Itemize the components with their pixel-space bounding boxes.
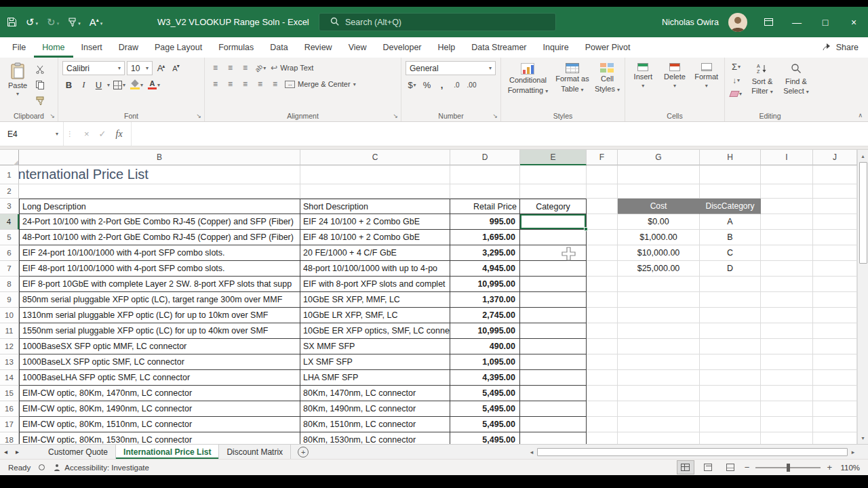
cell-i5[interactable] (761, 230, 813, 245)
cell-g11[interactable] (618, 323, 700, 339)
cell-c14[interactable]: LHA SMF SFP (300, 370, 450, 386)
search-box[interactable]: Search (Alt+Q) (319, 13, 556, 31)
conditional-formatting-button[interactable]: Conditional Formatting ▾ (505, 61, 551, 110)
cell-i18[interactable] (761, 432, 813, 444)
row-header-8[interactable]: 8 (0, 277, 19, 292)
ribbon-tab-data[interactable]: Data (262, 37, 296, 58)
cell-c15[interactable]: 80Km, 1470nm, LC connector (300, 386, 450, 401)
format-painter-qat-button[interactable]: ▾ (68, 18, 81, 27)
cell-e7[interactable] (520, 261, 587, 277)
cell-h10[interactable] (700, 308, 761, 323)
row-header-12[interactable]: 12 (0, 339, 19, 354)
row-header-18[interactable]: 18 (0, 432, 19, 444)
cell-h8[interactable] (700, 277, 761, 292)
normal-view-button[interactable] (677, 461, 694, 474)
cell-d5[interactable]: 1,695.00 (450, 230, 520, 245)
accessibility-status[interactable]: Accessibility: Investigate (53, 464, 149, 472)
sheet-tab-international-price-list[interactable]: International Price List (116, 445, 219, 459)
row-header-7[interactable]: 7 (0, 261, 19, 277)
cell-i2[interactable] (761, 184, 813, 199)
cell-j12[interactable] (813, 339, 857, 354)
delete-cells-button[interactable]: Delete ▾ (661, 61, 689, 110)
collapse-ribbon-icon[interactable]: ∧ (858, 112, 863, 119)
bottom-align-button[interactable]: ≡ (239, 61, 252, 75)
cell-i11[interactable] (761, 323, 813, 339)
cell-j11[interactable] (813, 323, 857, 339)
column-header-d[interactable]: D (450, 150, 520, 165)
cell-d14[interactable]: 4,395.00 (450, 370, 520, 386)
maximize-button[interactable]: □ (811, 7, 840, 37)
ribbon-tab-help[interactable]: Help (430, 37, 464, 58)
row-header-13[interactable]: 13 (0, 354, 19, 370)
top-align-button[interactable]: ≡ (209, 61, 222, 75)
cell-e14[interactable] (520, 370, 587, 386)
cell-e6[interactable] (520, 245, 587, 261)
close-button[interactable]: × (840, 7, 868, 37)
copy-button[interactable] (35, 80, 45, 92)
cell-j6[interactable] (813, 245, 857, 261)
cell-b10[interactable]: 1310nm serial pluggable XFP optic (LC) f… (19, 308, 300, 323)
number-format-select[interactable]: General▾ (406, 61, 496, 75)
ribbon-tab-review[interactable]: Review (296, 37, 340, 58)
cell-i8[interactable] (761, 277, 813, 292)
cell-i3[interactable] (761, 199, 813, 214)
row-header-1[interactable]: 1 (0, 165, 19, 184)
cell-h6[interactable]: C (700, 245, 761, 261)
percent-format-button[interactable]: % (420, 78, 433, 92)
cell-d7[interactable]: 4,945.00 (450, 261, 520, 277)
redo-button[interactable]: ↻▾ (47, 17, 59, 27)
number-dialog-launcher[interactable]: ↘ (492, 113, 498, 119)
row-header-14[interactable]: 14 (0, 370, 19, 386)
cell-j10[interactable] (813, 308, 857, 323)
increase-indent-button[interactable]: ≡ (269, 77, 281, 91)
cell-i6[interactable] (761, 245, 813, 261)
cell-i17[interactable] (761, 417, 813, 432)
column-header-f[interactable]: F (587, 150, 618, 165)
cell-f12[interactable] (587, 339, 618, 354)
cell-g17[interactable] (618, 417, 700, 432)
confirm-entry-icon[interactable]: ✓ (99, 129, 106, 139)
cell-c4[interactable]: EIF 24 10/100 + 2 Combo GbE (300, 214, 450, 230)
cell-h1[interactable] (700, 165, 761, 184)
cell-e4[interactable] (520, 214, 587, 230)
column-header-c[interactable]: C (300, 150, 450, 165)
new-sheet-button[interactable]: + (298, 447, 309, 458)
format-cells-button[interactable]: Format ▾ (692, 61, 720, 110)
ribbon-tab-view[interactable]: View (340, 37, 375, 58)
decrease-font-size-button[interactable]: A▾ (170, 62, 182, 75)
cell-h12[interactable] (700, 339, 761, 354)
row-header-4[interactable]: 4 (0, 214, 19, 230)
zoom-in-button[interactable]: + (827, 462, 832, 472)
row-header-2[interactable]: 2 (0, 184, 19, 199)
row-header-15[interactable]: 15 (0, 386, 19, 401)
clipboard-dialog-launcher[interactable]: ↘ (50, 113, 55, 119)
cell-j7[interactable] (813, 261, 857, 277)
cell-b1[interactable]: International Price List (19, 165, 300, 184)
sort-filter-button[interactable]: AZ Sort & Filter ▾ (747, 61, 777, 110)
cell-f4[interactable] (587, 214, 618, 230)
cell-j17[interactable] (813, 417, 857, 432)
cell-j2[interactable] (813, 184, 857, 199)
cell-c7[interactable]: 48-port 10/100/1000 with up to 4-po (300, 261, 450, 277)
middle-align-button[interactable]: ≡ (224, 61, 237, 75)
cell-c10[interactable]: 10GbE LR XFP, SMF, LC (300, 308, 450, 323)
cell-d12[interactable]: 490.00 (450, 339, 520, 354)
name-box-dropdown-icon[interactable]: ▾ (56, 131, 58, 137)
cell-d18[interactable]: 5,495.00 (450, 432, 520, 444)
cell-f1[interactable] (587, 165, 618, 184)
font-name-select[interactable]: Calibri▾ (62, 61, 125, 75)
cell-h11[interactable] (700, 323, 761, 339)
select-all-corner[interactable]: ◢ (0, 150, 19, 165)
cell-e3[interactable]: Category (520, 199, 587, 214)
cell-d10[interactable]: 2,745.00 (450, 308, 520, 323)
cell-h15[interactable] (700, 386, 761, 401)
cell-g10[interactable] (618, 308, 700, 323)
cell-b16[interactable]: EIM-CW optic, 80Km, 1490nm, LC connector (19, 401, 300, 417)
currency-format-button[interactable]: $▾ (406, 78, 418, 92)
cell-j5[interactable] (813, 230, 857, 245)
share-button[interactable]: Share (823, 37, 859, 58)
column-header-j[interactable]: J (813, 150, 857, 165)
cell-e10[interactable] (520, 308, 587, 323)
cell-f15[interactable] (587, 386, 618, 401)
fill-button[interactable]: ↓▾ (729, 75, 743, 86)
